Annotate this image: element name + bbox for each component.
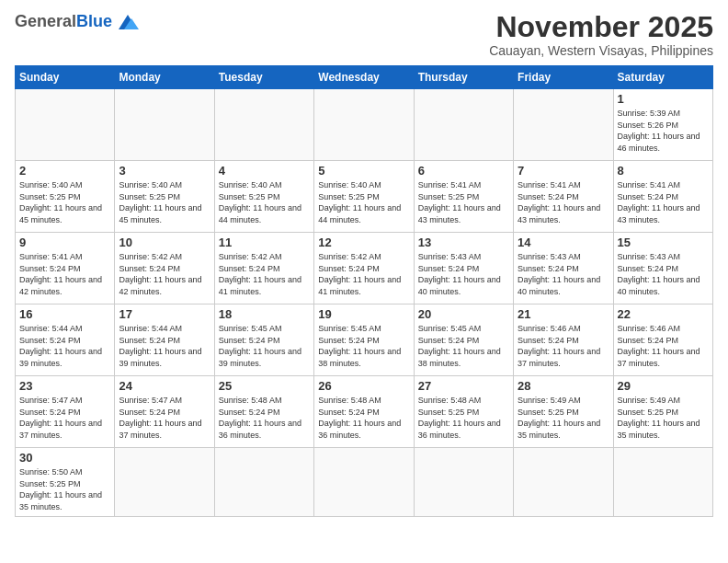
day-number: 9 xyxy=(19,236,110,249)
day-number: 1 xyxy=(618,92,709,106)
day-number: 20 xyxy=(418,307,509,321)
logo: GeneralBlue xyxy=(15,11,141,31)
day-info: Sunrise: 5:49 AMSunset: 5:25 PMDaylight:… xyxy=(518,395,609,441)
header-monday: Monday xyxy=(115,66,214,89)
day-number: 8 xyxy=(618,164,709,178)
day-info: Sunrise: 5:39 AMSunset: 5:26 PMDaylight:… xyxy=(618,108,709,154)
table-row: 14Sunrise: 5:43 AMSunset: 5:24 PMDayligh… xyxy=(514,233,613,304)
title-block: November 2025 Cauayan, Western Visayas, … xyxy=(489,11,713,58)
day-info: Sunrise: 5:40 AMSunset: 5:25 PMDaylight:… xyxy=(19,179,110,225)
day-info: Sunrise: 5:45 AMSunset: 5:24 PMDaylight:… xyxy=(219,323,310,369)
table-row: 24Sunrise: 5:47 AMSunset: 5:24 PMDayligh… xyxy=(115,376,214,448)
day-number: 15 xyxy=(618,236,709,249)
header-tuesday: Tuesday xyxy=(214,66,313,89)
day-number: 29 xyxy=(618,379,709,393)
day-number: 14 xyxy=(518,236,609,249)
day-number: 21 xyxy=(518,307,609,321)
day-number: 6 xyxy=(418,164,509,178)
header-sunday: Sunday xyxy=(16,66,115,89)
day-info: Sunrise: 5:43 AMSunset: 5:24 PMDaylight:… xyxy=(418,251,509,297)
day-info: Sunrise: 5:45 AMSunset: 5:24 PMDaylight:… xyxy=(318,323,409,369)
day-info: Sunrise: 5:41 AMSunset: 5:24 PMDaylight:… xyxy=(618,179,709,225)
table-row: 11Sunrise: 5:42 AMSunset: 5:24 PMDayligh… xyxy=(214,233,313,304)
day-number: 16 xyxy=(19,307,110,321)
day-info: Sunrise: 5:42 AMSunset: 5:24 PMDaylight:… xyxy=(318,251,409,297)
day-info: Sunrise: 5:44 AMSunset: 5:24 PMDaylight:… xyxy=(119,323,210,369)
day-info: Sunrise: 5:50 AMSunset: 5:25 PMDaylight:… xyxy=(19,466,110,512)
day-number: 27 xyxy=(418,379,509,393)
table-row: 6Sunrise: 5:41 AMSunset: 5:25 PMDaylight… xyxy=(414,161,513,233)
day-info: Sunrise: 5:43 AMSunset: 5:24 PMDaylight:… xyxy=(518,251,609,297)
table-row xyxy=(514,448,613,516)
table-row: 2Sunrise: 5:40 AMSunset: 5:25 PMDaylight… xyxy=(16,161,115,233)
day-info: Sunrise: 5:49 AMSunset: 5:25 PMDaylight:… xyxy=(618,395,709,441)
day-number: 18 xyxy=(219,307,310,321)
calendar-table: Sunday Monday Tuesday Wednesday Thursday… xyxy=(15,65,713,516)
header-wednesday: Wednesday xyxy=(314,66,414,89)
header-thursday: Thursday xyxy=(414,66,513,89)
table-row: 23Sunrise: 5:47 AMSunset: 5:24 PMDayligh… xyxy=(16,376,115,448)
table-row: 19Sunrise: 5:45 AMSunset: 5:24 PMDayligh… xyxy=(314,304,414,376)
table-row: 15Sunrise: 5:43 AMSunset: 5:24 PMDayligh… xyxy=(613,233,712,304)
day-number: 4 xyxy=(219,164,310,178)
day-number: 5 xyxy=(318,164,409,178)
header-friday: Friday xyxy=(514,66,613,89)
day-info: Sunrise: 5:40 AMSunset: 5:25 PMDaylight:… xyxy=(318,179,409,225)
header-saturday: Saturday xyxy=(613,66,712,89)
table-row: 1Sunrise: 5:39 AMSunset: 5:26 PMDaylight… xyxy=(613,89,712,161)
table-row: 7Sunrise: 5:41 AMSunset: 5:24 PMDaylight… xyxy=(514,161,613,233)
day-number: 2 xyxy=(19,164,110,178)
table-row: 10Sunrise: 5:42 AMSunset: 5:24 PMDayligh… xyxy=(115,233,214,304)
day-info: Sunrise: 5:48 AMSunset: 5:24 PMDaylight:… xyxy=(219,395,310,441)
weekday-header-row: Sunday Monday Tuesday Wednesday Thursday… xyxy=(16,66,713,89)
table-row: 29Sunrise: 5:49 AMSunset: 5:25 PMDayligh… xyxy=(613,376,712,448)
table-row: 17Sunrise: 5:44 AMSunset: 5:24 PMDayligh… xyxy=(115,304,214,376)
day-number: 22 xyxy=(618,307,709,321)
table-row: 16Sunrise: 5:44 AMSunset: 5:24 PMDayligh… xyxy=(16,304,115,376)
day-info: Sunrise: 5:41 AMSunset: 5:24 PMDaylight:… xyxy=(518,179,609,225)
day-info: Sunrise: 5:45 AMSunset: 5:24 PMDaylight:… xyxy=(418,323,509,369)
day-number: 12 xyxy=(318,236,409,249)
table-row: 8Sunrise: 5:41 AMSunset: 5:24 PMDaylight… xyxy=(613,161,712,233)
day-number: 19 xyxy=(318,307,409,321)
table-row: 26Sunrise: 5:48 AMSunset: 5:24 PMDayligh… xyxy=(314,376,414,448)
day-number: 7 xyxy=(518,164,609,178)
day-number: 25 xyxy=(219,379,310,393)
table-row xyxy=(314,448,414,516)
table-row: 13Sunrise: 5:43 AMSunset: 5:24 PMDayligh… xyxy=(414,233,513,304)
day-number: 17 xyxy=(119,307,210,321)
logo-general-text: General xyxy=(15,12,76,31)
month-title: November 2025 xyxy=(489,11,713,43)
table-row xyxy=(514,89,613,161)
table-row xyxy=(115,89,214,161)
table-row: 3Sunrise: 5:40 AMSunset: 5:25 PMDaylight… xyxy=(115,161,214,233)
day-info: Sunrise: 5:48 AMSunset: 5:24 PMDaylight:… xyxy=(318,395,409,441)
table-row: 12Sunrise: 5:42 AMSunset: 5:24 PMDayligh… xyxy=(314,233,414,304)
day-info: Sunrise: 5:41 AMSunset: 5:25 PMDaylight:… xyxy=(418,179,509,225)
location-title: Cauayan, Western Visayas, Philippines xyxy=(489,43,713,58)
header: GeneralBlue November 2025 Cauayan, Weste… xyxy=(15,11,713,58)
day-info: Sunrise: 5:43 AMSunset: 5:24 PMDaylight:… xyxy=(618,251,709,297)
table-row xyxy=(314,89,414,161)
table-row xyxy=(16,89,115,161)
day-number: 11 xyxy=(219,236,310,249)
table-row: 4Sunrise: 5:40 AMSunset: 5:25 PMDaylight… xyxy=(214,161,313,233)
day-number: 23 xyxy=(19,379,110,393)
logo-icon xyxy=(115,11,141,31)
day-number: 3 xyxy=(119,164,210,178)
table-row: 9Sunrise: 5:41 AMSunset: 5:24 PMDaylight… xyxy=(16,233,115,304)
day-info: Sunrise: 5:40 AMSunset: 5:25 PMDaylight:… xyxy=(119,179,210,225)
table-row: 27Sunrise: 5:48 AMSunset: 5:25 PMDayligh… xyxy=(414,376,513,448)
day-number: 10 xyxy=(119,236,210,249)
day-number: 13 xyxy=(418,236,509,249)
day-number: 28 xyxy=(518,379,609,393)
day-info: Sunrise: 5:46 AMSunset: 5:24 PMDaylight:… xyxy=(618,323,709,369)
day-info: Sunrise: 5:40 AMSunset: 5:25 PMDaylight:… xyxy=(219,179,310,225)
day-number: 24 xyxy=(119,379,210,393)
table-row: 5Sunrise: 5:40 AMSunset: 5:25 PMDaylight… xyxy=(314,161,414,233)
day-number: 26 xyxy=(318,379,409,393)
day-info: Sunrise: 5:47 AMSunset: 5:24 PMDaylight:… xyxy=(119,395,210,441)
table-row xyxy=(613,448,712,516)
table-row xyxy=(214,89,313,161)
table-row: 18Sunrise: 5:45 AMSunset: 5:24 PMDayligh… xyxy=(214,304,313,376)
